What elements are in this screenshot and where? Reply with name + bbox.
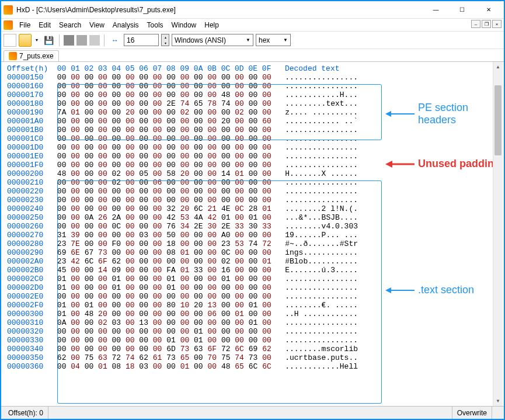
app-icon [4, 5, 13, 15]
file-icon [9, 52, 17, 60]
encoding-combo[interactable]: Windows (ANSI) ▼ [172, 34, 253, 46]
tool-button-3[interactable] [89, 35, 100, 46]
document-tab[interactable]: 7_puts.exe [4, 50, 59, 61]
open-file-button[interactable] [19, 34, 32, 47]
vertical-scrollbar[interactable]: ▲ ▼ [493, 62, 503, 406]
mdi-minimize[interactable]: – [471, 20, 480, 28]
scroll-thumb[interactable] [494, 85, 501, 155]
menu-analysis[interactable]: Analysis [109, 19, 143, 31]
toolbar-separator [104, 34, 105, 46]
bytes-spin-buttons[interactable]: ▴▾ [161, 34, 169, 46]
document-tabbar: 7_puts.exe [1, 49, 504, 62]
chevron-down-icon: ▼ [246, 37, 250, 43]
app-menu-icon [4, 20, 13, 30]
save-button[interactable]: 💾 [42, 34, 55, 47]
bytes-per-row-input[interactable]: 16 [124, 34, 159, 46]
window-buttons: — ☐ ✕ [423, 2, 501, 18]
bytes-per-row-value: 16 [127, 36, 156, 44]
menu-tools[interactable]: Tools [143, 19, 168, 31]
tab-label: 7_puts.exe [19, 52, 54, 60]
columns-icon[interactable]: ↔ [109, 34, 121, 47]
tool-button-2[interactable] [76, 35, 87, 46]
mdi-buttons: – ❐ × [471, 20, 501, 28]
mdi-restore[interactable]: ❐ [482, 20, 491, 28]
toolbar: ▾ 💾 ↔ 16 ▴▾ Windows (ANSI) ▼ hex ▼ [1, 32, 504, 49]
encoding-value: Windows (ANSI) [175, 36, 226, 44]
status-mode: Overwrite [452, 407, 492, 419]
window-title: HxD - [C:\Users\Admin\Desktop\results\7_… [16, 6, 423, 14]
base-value: hex [259, 36, 270, 44]
maximize-button[interactable]: ☐ [449, 2, 475, 18]
tool-button-1[interactable] [64, 35, 74, 46]
menu-view[interactable]: View [85, 19, 109, 31]
menu-file[interactable]: File [15, 19, 34, 31]
minimize-button[interactable]: — [423, 2, 449, 18]
hex-editor-view[interactable]: Offset(h) 00 01 02 03 04 05 06 07 08 09 … [1, 62, 504, 391]
statusbar: Offset(h): 0 Overwrite [1, 406, 504, 419]
status-offset: Offset(h): 0 [4, 407, 48, 419]
menu-window[interactable]: Window [168, 19, 201, 31]
scroll-down-arrow[interactable]: ▼ [493, 396, 503, 406]
chevron-down-icon: ▼ [283, 37, 288, 43]
menu-help[interactable]: Help [200, 19, 223, 31]
dropdown-arrow-icon[interactable]: ▾ [34, 34, 40, 47]
menu-edit[interactable]: Edit [34, 19, 55, 31]
toolbar-separator [59, 34, 60, 46]
close-button[interactable]: ✕ [475, 2, 501, 18]
menubar: File Edit Search View Analysis Tools Win… [1, 19, 504, 32]
scroll-up-arrow[interactable]: ▲ [493, 62, 503, 72]
menu-search[interactable]: Search [55, 19, 85, 31]
base-combo[interactable]: hex ▼ [256, 34, 291, 46]
titlebar: HxD - [C:\Users\Admin\Desktop\results\7_… [1, 1, 504, 19]
mdi-close[interactable]: × [492, 20, 501, 28]
new-file-button[interactable] [4, 34, 16, 47]
